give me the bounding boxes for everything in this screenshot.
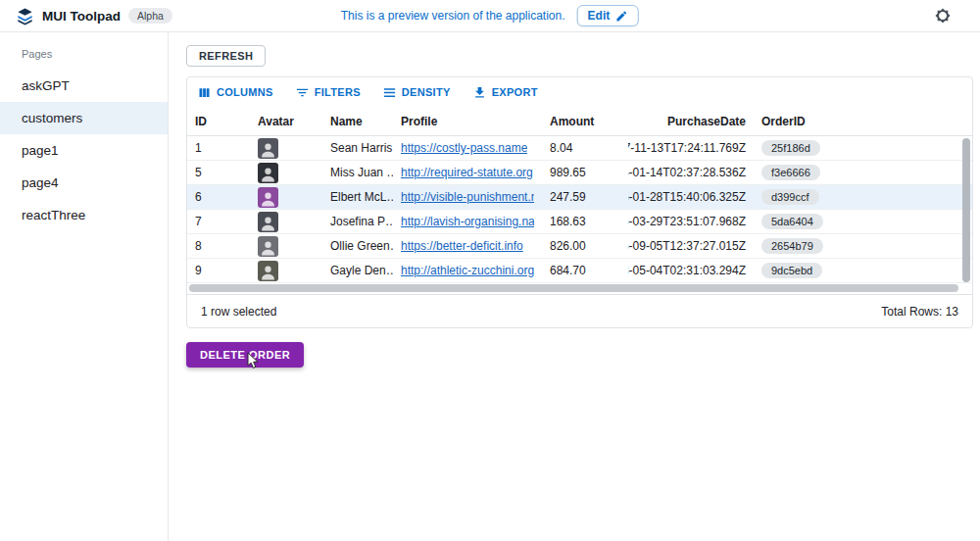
toolbar-button-label: COLUMNS — [217, 86, 273, 98]
sidebar-item-askGPT[interactable]: askGPT — [0, 70, 168, 102]
cell-id: 7 — [187, 210, 250, 233]
preview-banner-text: This is a preview version of the applica… — [341, 9, 565, 23]
horizontal-scrollbar[interactable] — [187, 283, 972, 294]
edit-button[interactable]: Edit — [577, 5, 640, 26]
cell-id: 6 — [187, 185, 250, 209]
cell-profile: http://required-statute.org — [393, 161, 542, 184]
cell-avatar — [250, 234, 322, 258]
order-id-chip[interactable]: 9dc5ebd — [761, 263, 822, 278]
delete-order-button[interactable]: DELETE ORDER — [186, 342, 304, 368]
table-row[interactable]: 8Ollie Green…https://better-deficit.info… — [187, 234, 972, 259]
filter-list-icon — [295, 85, 310, 100]
column-header-id[interactable]: ID — [187, 107, 250, 135]
toolbar-button-label: EXPORT — [492, 86, 538, 98]
toolbar-columns-button[interactable]: COLUMNS — [197, 85, 273, 100]
avatar-image — [258, 138, 278, 159]
selected-rows-count: 1 row selected — [201, 305, 276, 319]
profile-link[interactable]: https://costly-pass.name — [401, 141, 527, 155]
cell-id: 9 — [187, 259, 250, 282]
table-row[interactable]: 9Gayle Den…http://athletic-zucchini.org6… — [187, 259, 972, 283]
sidebar-item-reactThree[interactable]: reactThree — [0, 199, 168, 231]
cell-purchase_date: 2088-05-04T02:31:03.294Z — [628, 259, 754, 282]
cell-id: 1 — [187, 136, 250, 160]
toolbar-button-label: FILTERS — [315, 86, 361, 98]
sidebar-item-page4[interactable]: page4 — [0, 167, 168, 199]
cell-name: Sean Harris — [322, 136, 393, 160]
cell-name: Gayle Den… — [322, 259, 393, 282]
toolbar-export-button[interactable]: EXPORT — [472, 85, 538, 100]
cell-name: Elbert McL… — [322, 185, 393, 209]
cell-name: Miss Juan … — [322, 161, 393, 184]
toolbar-density-button[interactable]: DENSITY — [382, 85, 451, 100]
cell-avatar — [250, 185, 322, 209]
cell-amount: 168.63 — [542, 210, 628, 233]
column-header-avatar[interactable]: Avatar — [250, 107, 322, 135]
sidebar-item-customers[interactable]: customers — [0, 102, 168, 134]
app-title: MUI Toolpad — [42, 9, 121, 24]
cell-purchase_date: 1997-11-13T17:24:11.769Z — [628, 136, 754, 160]
avatar-image — [258, 261, 278, 281]
cell-order_id: 9dc5ebd — [754, 259, 964, 282]
table-row[interactable]: 6Elbert McL…http://visible-punishment.ne… — [187, 185, 972, 210]
cell-avatar — [250, 259, 322, 282]
column-header-name[interactable]: Name — [322, 107, 393, 135]
column-header-profile[interactable]: Profile — [393, 107, 542, 135]
main-content: REFRESH COLUMNSFILTERSDENSITYEXPORT IDAv… — [169, 32, 980, 541]
cell-profile: http://athletic-zucchini.org — [393, 259, 542, 282]
order-id-chip[interactable]: f3e6666 — [761, 165, 820, 180]
sidebar-section-label: Pages — [0, 40, 168, 70]
cell-order_id: f3e6666 — [754, 161, 964, 184]
profile-link[interactable]: http://lavish-organising.name — [401, 215, 534, 228]
cell-amount: 8.04 — [542, 136, 628, 160]
cell-order_id: 25f186d — [754, 136, 964, 160]
cell-order_id: d399ccf — [754, 185, 964, 209]
order-id-chip[interactable]: 5da6404 — [761, 214, 823, 229]
cell-name: Josefina P… — [322, 210, 393, 233]
cell-profile: http://visible-punishment.net — [393, 185, 542, 209]
cell-order_id: 2654b79 — [754, 234, 964, 258]
data-grid: COLUMNSFILTERSDENSITYEXPORT IDAvatarName… — [186, 76, 973, 328]
pencil-icon — [615, 10, 628, 23]
cell-avatar — [250, 136, 322, 160]
profile-link[interactable]: http://athletic-zucchini.org — [401, 264, 534, 277]
order-id-chip[interactable]: 2654b79 — [761, 238, 823, 254]
order-id-chip[interactable]: d399ccf — [761, 189, 819, 205]
total-rows-count: Total Rows: 13 — [881, 305, 958, 319]
avatar-image — [258, 187, 278, 208]
column-header-order_id[interactable]: OrderID — [754, 107, 964, 135]
column-header-amount[interactable]: Amount — [542, 107, 628, 135]
density-icon — [382, 85, 397, 100]
cell-amount: 684.70 — [542, 259, 628, 282]
cell-purchase_date: 2045-01-28T15:40:06.325Z — [628, 185, 754, 209]
horizontal-scrollbar-thumb[interactable] — [189, 284, 958, 292]
avatar-image — [258, 236, 278, 257]
vertical-scrollbar-thumb[interactable] — [962, 138, 970, 282]
toolbar-filters-button[interactable]: FILTERS — [295, 85, 361, 100]
avatar-image — [258, 163, 278, 183]
sidebar-items: askGPTcustomerspage1page4reactThree — [0, 70, 168, 231]
app-bar: MUI Toolpad Alpha This is a preview vers… — [0, 0, 980, 32]
cell-profile: https://better-deficit.info — [393, 234, 542, 258]
profile-link[interactable]: https://better-deficit.info — [401, 239, 523, 253]
cell-id: 5 — [187, 161, 250, 184]
grid-toolbar: COLUMNSFILTERSDENSITYEXPORT — [187, 77, 972, 107]
cell-order_id: 5da6404 — [754, 210, 964, 233]
edit-button-label: Edit — [588, 9, 611, 23]
cell-amount: 247.59 — [542, 185, 628, 209]
sidebar-item-page1[interactable]: page1 — [0, 134, 168, 167]
vertical-scrollbar[interactable] — [962, 137, 971, 283]
theme-toggle-button[interactable] — [935, 8, 951, 24]
order-id-chip[interactable]: 25f186d — [761, 140, 820, 156]
profile-link[interactable]: http://visible-punishment.net — [401, 190, 534, 204]
avatar-image — [258, 212, 278, 232]
table-row[interactable]: 1Sean Harrishttps://costly-pass.name8.04… — [187, 136, 972, 161]
column-header-purchase_date[interactable]: PurchaseDate — [628, 107, 754, 135]
cell-avatar — [250, 210, 322, 233]
grid-body: 1Sean Harrishttps://costly-pass.name8.04… — [187, 136, 972, 283]
grid-header-row: IDAvatarNameProfileAmountPurchaseDateOrd… — [187, 107, 972, 136]
table-row[interactable]: 5Miss Juan …http://required-statute.org9… — [187, 161, 972, 185]
table-row[interactable]: 7Josefina P…http://lavish-organising.nam… — [187, 210, 972, 234]
refresh-button[interactable]: REFRESH — [186, 45, 266, 67]
cell-purchase_date: 2014-01-14T02:37:28.536Z — [628, 161, 754, 184]
profile-link[interactable]: http://required-statute.org — [401, 166, 533, 179]
